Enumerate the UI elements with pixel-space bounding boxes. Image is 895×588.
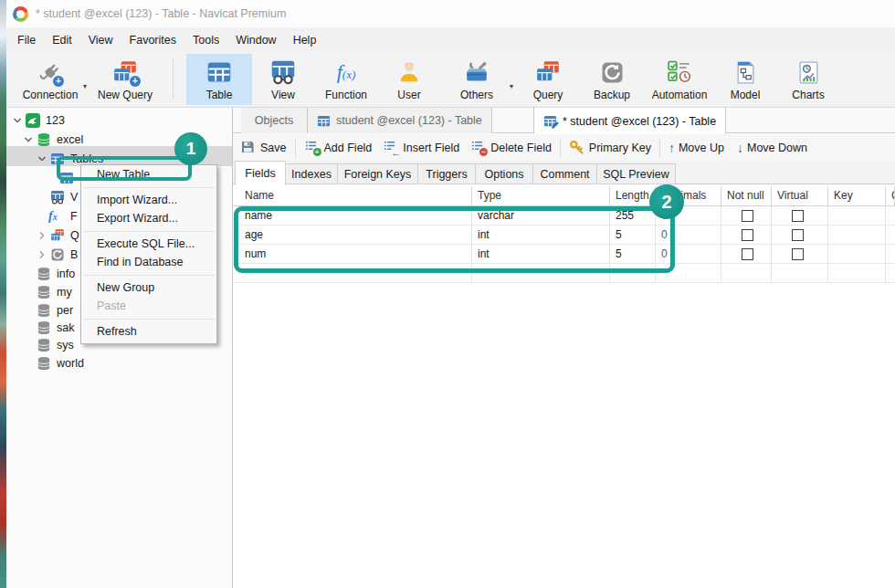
- not-null-checkbox[interactable]: [742, 210, 753, 222]
- view-icon: [270, 58, 296, 87]
- table-edit-tab-icon: [543, 114, 557, 128]
- context-menu-find-in-database[interactable]: Find in Database: [81, 253, 216, 271]
- automation-button[interactable]: Automation: [645, 54, 714, 105]
- field-toolbar: Save + Add Field ← Insert Field: [233, 134, 895, 161]
- column-header-key[interactable]: Key: [828, 186, 886, 205]
- not-null-checkbox[interactable]: [742, 229, 753, 241]
- title-bar[interactable]: * student @excel (123) - Table - Navicat…: [6, 0, 895, 27]
- add-field-icon: +: [304, 140, 320, 155]
- function-icon: f(x): [337, 58, 356, 87]
- database-icon: [37, 285, 51, 299]
- not-null-checkbox[interactable]: [742, 248, 753, 260]
- menu-edit[interactable]: Edit: [44, 30, 80, 50]
- model-button[interactable]: Model: [718, 54, 773, 105]
- cell-key[interactable]: [828, 206, 886, 225]
- menu-separator: [81, 315, 216, 322]
- insert-field-button[interactable]: ← Insert Field: [383, 140, 459, 155]
- connection-dropdown-caret[interactable]: ▾: [83, 82, 87, 90]
- annotation-rect-new-table: [57, 156, 192, 181]
- column-header-not-null[interactable]: Not null: [721, 186, 772, 205]
- cell-clipped: [886, 206, 895, 225]
- annotation-rect-field-rows: [234, 206, 675, 273]
- context-menu-execute-sql-file[interactable]: Execute SQL File...: [81, 235, 216, 253]
- cell-clipped: [886, 245, 895, 263]
- tab-student-table-modified[interactable]: * student @excel (123) - Table: [533, 108, 726, 134]
- editor-tab-bar: Fields Indexes Foreign Keys Triggers Opt…: [233, 161, 895, 184]
- chevron-down-icon[interactable]: [37, 153, 47, 164]
- annotation-step-1-badge: 1: [174, 132, 207, 165]
- tab-fields[interactable]: Fields: [235, 161, 286, 185]
- menu-favorites[interactable]: Favorites: [121, 30, 184, 50]
- tab-objects[interactable]: Objects: [241, 108, 308, 133]
- functions-folder-icon: fx: [48, 209, 63, 224]
- tables-context-menu: New Table Import Wizard... Export Wizard…: [80, 164, 217, 344]
- database-icon: [37, 267, 51, 281]
- column-header-type[interactable]: Type: [472, 186, 610, 205]
- charts-icon: [796, 58, 821, 87]
- column-header-name[interactable]: Name: [235, 186, 472, 205]
- context-menu-export-wizard[interactable]: Export Wizard...: [81, 209, 216, 227]
- plus-badge-icon: +: [130, 76, 141, 87]
- database-icon: [37, 303, 51, 318]
- menu-help[interactable]: Help: [285, 30, 325, 50]
- menu-view[interactable]: View: [80, 30, 121, 50]
- delete-field-button[interactable]: − Delete Field: [470, 140, 552, 155]
- save-button[interactable]: Save: [240, 140, 287, 155]
- virtual-checkbox[interactable]: [792, 229, 804, 241]
- tab-student-table[interactable]: student @excel (123) - Table: [308, 108, 492, 133]
- function-button[interactable]: f(x) Function: [314, 54, 378, 105]
- toolbar-separator: [173, 59, 174, 100]
- virtual-checkbox[interactable]: [792, 248, 804, 260]
- model-icon: [733, 58, 758, 87]
- menu-window[interactable]: Window: [227, 30, 284, 50]
- others-button[interactable]: Others: [444, 54, 510, 105]
- column-header-clipped[interactable]: C: [886, 186, 895, 205]
- new-query-button[interactable]: + New Query: [92, 54, 158, 105]
- desktop-background-strip: [0, 0, 6, 588]
- menu-tools[interactable]: Tools: [184, 30, 227, 50]
- table-button[interactable]: Table: [186, 54, 252, 105]
- cell-key[interactable]: [828, 226, 886, 244]
- arrow-up-icon: ↑: [669, 141, 675, 155]
- add-field-button[interactable]: + Add Field: [304, 140, 373, 155]
- cell-key[interactable]: [828, 245, 886, 263]
- context-menu-refresh[interactable]: Refresh: [81, 322, 216, 341]
- others-dropdown-caret[interactable]: ▾: [510, 82, 513, 90]
- tab-foreign-keys[interactable]: Foreign Keys: [338, 163, 418, 184]
- save-icon: [240, 140, 256, 155]
- chevron-down-icon[interactable]: [12, 115, 23, 126]
- toolbar-separator: [659, 139, 660, 157]
- tree-item-connection-123[interactable]: 123: [6, 111, 233, 131]
- user-button[interactable]: User: [380, 54, 438, 105]
- move-up-button[interactable]: ↑ Move Up: [669, 141, 724, 155]
- plus-badge-icon: +: [313, 148, 321, 156]
- tab-comment[interactable]: Comment: [533, 163, 597, 184]
- context-menu-import-wizard[interactable]: Import Wizard...: [81, 191, 216, 209]
- tab-sql-preview[interactable]: SQL Preview: [597, 163, 676, 184]
- navicat-window: * student @excel (123) - Table - Navicat…: [0, 0, 895, 588]
- chevron-right-icon[interactable]: [37, 249, 47, 260]
- query-button[interactable]: Query: [519, 54, 577, 105]
- new-query-icon: +: [112, 58, 138, 87]
- tab-indexes[interactable]: Indexes: [286, 163, 338, 184]
- column-header-virtual[interactable]: Virtual: [772, 186, 828, 205]
- backup-button[interactable]: Backup: [581, 54, 643, 105]
- view-button[interactable]: View: [254, 54, 312, 105]
- context-menu-new-group[interactable]: New Group: [81, 278, 216, 297]
- chevron-right-icon[interactable]: [37, 230, 47, 241]
- move-down-button[interactable]: ↓ Move Down: [737, 141, 807, 155]
- tree-item-db-world[interactable]: world: [6, 354, 233, 373]
- menu-file[interactable]: File: [9, 30, 44, 50]
- charts-button[interactable]: Charts: [778, 54, 838, 105]
- tab-triggers[interactable]: Triggers: [418, 163, 476, 184]
- connection-button[interactable]: + Connection: [12, 54, 89, 105]
- toolbar-separator: [560, 139, 561, 157]
- chevron-down-icon[interactable]: [23, 134, 34, 145]
- menu-separator: [81, 227, 216, 235]
- primary-key-button[interactable]: Primary Key: [569, 140, 651, 155]
- virtual-checkbox[interactable]: [792, 210, 804, 222]
- cell-virtual: [772, 226, 828, 244]
- cell-not-null: [721, 245, 772, 263]
- tab-options[interactable]: Options: [476, 163, 533, 184]
- database-icon: [37, 356, 51, 371]
